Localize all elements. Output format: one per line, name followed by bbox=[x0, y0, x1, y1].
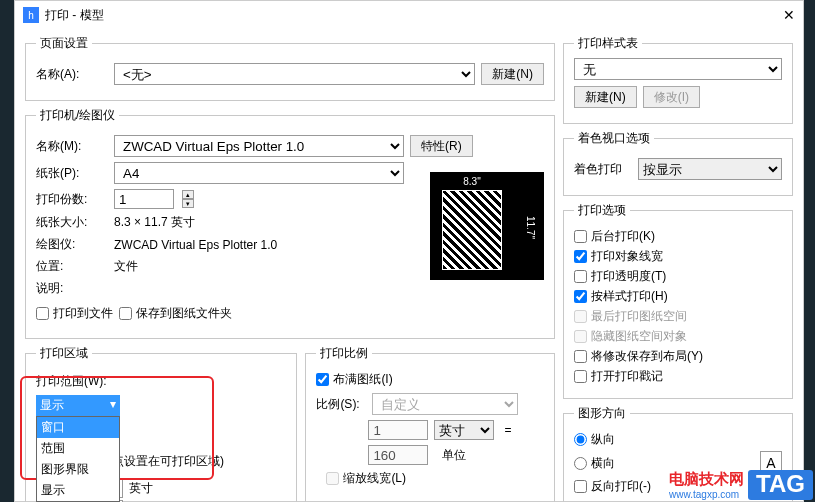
print-area-group: 打印区域 打印范围(W): 显示▾ 窗口 范围 图形界限 显示 bbox=[25, 345, 297, 502]
plotter-label: 绘图仪: bbox=[36, 236, 108, 253]
fit-page-check[interactable]: 布满图纸(I) bbox=[316, 371, 544, 388]
equals: = bbox=[500, 423, 515, 437]
close-icon[interactable]: ✕ bbox=[755, 7, 795, 23]
dialog-title: 打印 - 模型 bbox=[45, 7, 755, 24]
save-folder-check[interactable]: 保存到图纸文件夹 bbox=[119, 305, 232, 322]
paper-preview: 8.3" 11.7" bbox=[430, 172, 544, 280]
printer-group: 打印机/绘图仪 名称(M): ZWCAD Virtual Eps Plotter… bbox=[25, 107, 555, 339]
scale-lw-check[interactable]: 缩放线宽(L) bbox=[326, 470, 544, 487]
option-check-2[interactable]: 打印透明度(T) bbox=[574, 268, 782, 285]
page-setup-legend: 页面设置 bbox=[36, 35, 92, 52]
style-select[interactable]: 无 bbox=[574, 58, 782, 80]
style-modify-button[interactable]: 修改(I) bbox=[643, 86, 700, 108]
wm-url: www.tagxp.com bbox=[669, 489, 744, 500]
orient-legend: 图形方向 bbox=[574, 405, 630, 422]
ratio-label: 比例(S): bbox=[316, 396, 366, 413]
style-legend: 打印样式表 bbox=[574, 35, 642, 52]
option-check-7[interactable]: 打开打印戳记 bbox=[574, 368, 782, 385]
wm-tag: TAG bbox=[748, 470, 813, 500]
viewport-legend: 着色视口选项 bbox=[574, 130, 654, 147]
x-unit: 英寸 bbox=[129, 480, 153, 497]
paper-size-value: 8.3 × 11.7 英寸 bbox=[114, 214, 195, 231]
chevron-down-icon: ▾ bbox=[110, 397, 116, 414]
scale-legend: 打印比例 bbox=[316, 345, 372, 362]
style-new-button[interactable]: 新建(N) bbox=[574, 86, 637, 108]
dim-side: 11.7" bbox=[525, 216, 536, 239]
range-option-display[interactable]: 显示 bbox=[37, 480, 119, 501]
range-label: 打印范围(W): bbox=[36, 373, 107, 390]
dim-top: 8.3" bbox=[442, 176, 502, 187]
paper-select[interactable]: A4 bbox=[114, 162, 404, 184]
name-label: 名称(A): bbox=[36, 66, 108, 83]
option-check-3[interactable]: 按样式打印(H) bbox=[574, 288, 782, 305]
portrait-radio[interactable]: 纵向 bbox=[574, 431, 782, 448]
page-setup-group: 页面设置 名称(A): <无> 新建(N) bbox=[25, 35, 555, 101]
print-dialog: h 打印 - 模型 ✕ 页面设置 名称(A): <无> 新建(N) 打印机/绘图… bbox=[14, 0, 804, 502]
range-option-limits[interactable]: 图形界限 bbox=[37, 459, 119, 480]
app-icon: h bbox=[23, 7, 39, 23]
watermark: 电脑技术网 www.tagxp.com TAG bbox=[669, 470, 813, 500]
scale-num1[interactable] bbox=[368, 420, 428, 440]
viewport-group: 着色视口选项 着色打印 按显示 bbox=[563, 130, 793, 196]
option-check-0[interactable]: 后台打印(K) bbox=[574, 228, 782, 245]
copies-input[interactable] bbox=[114, 189, 174, 209]
wm-text: 电脑技术网 bbox=[669, 470, 744, 489]
scale-unit2: 单位 bbox=[442, 447, 466, 464]
shade-select[interactable]: 按显示 bbox=[638, 158, 782, 180]
copies-spinner[interactable]: ▴▾ bbox=[182, 190, 194, 208]
printer-properties-button[interactable]: 特性(R) bbox=[410, 135, 473, 157]
location-label: 位置: bbox=[36, 258, 108, 275]
range-option-window[interactable]: 窗口 bbox=[37, 417, 119, 438]
paper-size-label: 纸张大小: bbox=[36, 214, 108, 231]
copies-label: 打印份数: bbox=[36, 191, 108, 208]
shade-label: 着色打印 bbox=[574, 161, 632, 178]
print-to-file-check[interactable]: 打印到文件 bbox=[36, 305, 113, 322]
option-check-1[interactable]: 打印对象线宽 bbox=[574, 248, 782, 265]
new-page-setup-button[interactable]: 新建(N) bbox=[481, 63, 544, 85]
printer-name-select[interactable]: ZWCAD Virtual Eps Plotter 1.0 bbox=[114, 135, 404, 157]
range-dropdown: 窗口 范围 图形界限 显示 bbox=[36, 416, 120, 502]
printer-legend: 打印机/绘图仪 bbox=[36, 107, 119, 124]
style-table-group: 打印样式表 无 新建(N) 修改(I) bbox=[563, 35, 793, 124]
range-option-extent[interactable]: 范围 bbox=[37, 438, 119, 459]
area-legend: 打印区域 bbox=[36, 345, 92, 362]
option-check-4: 最后打印图纸空间 bbox=[574, 308, 782, 325]
scale-group: 打印比例 布满图纸(I) 比例(S): 自定义 英寸 = 单位 bbox=[305, 345, 555, 502]
printer-name-label: 名称(M): bbox=[36, 138, 108, 155]
paper-rect bbox=[442, 190, 502, 270]
option-check-5: 隐藏图纸空间对象 bbox=[574, 328, 782, 345]
range-combo-open[interactable]: 显示▾ bbox=[36, 395, 120, 416]
ratio-select[interactable]: 自定义 bbox=[372, 393, 518, 415]
paper-label: 纸张(P): bbox=[36, 165, 108, 182]
scale-unit1[interactable]: 英寸 bbox=[434, 420, 494, 440]
option-check-6[interactable]: 将修改保存到布局(Y) bbox=[574, 348, 782, 365]
page-setup-name-select[interactable]: <无> bbox=[114, 63, 475, 85]
options-legend: 打印选项 bbox=[574, 202, 630, 219]
plotter-value: ZWCAD Virtual Eps Plotter 1.0 bbox=[114, 238, 277, 252]
dialog-body: 页面设置 名称(A): <无> 新建(N) 打印机/绘图仪 名称(M): ZWC… bbox=[15, 29, 803, 502]
desc-label: 说明: bbox=[36, 280, 108, 297]
titlebar: h 打印 - 模型 ✕ bbox=[15, 1, 803, 29]
print-options-group: 打印选项 后台打印(K)打印对象线宽打印透明度(T)按样式打印(H)最后打印图纸… bbox=[563, 202, 793, 399]
scale-num2[interactable] bbox=[368, 445, 428, 465]
location-value: 文件 bbox=[114, 258, 138, 275]
